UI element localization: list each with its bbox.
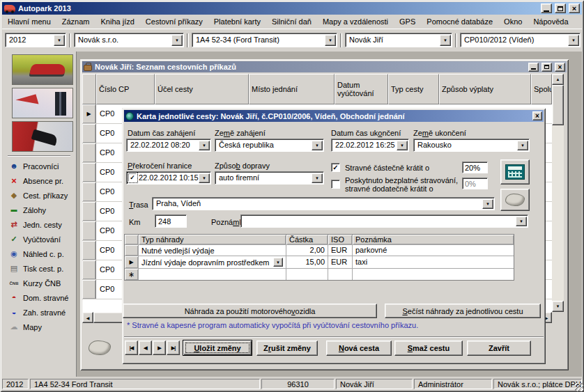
vehicle-compensation-button[interactable]: Náhrada za použití motorového vozidla xyxy=(123,304,377,318)
save-button[interactable]: Uložit změny xyxy=(183,340,252,356)
maximize-button[interactable] xyxy=(541,63,552,72)
table-row-selected[interactable]: ▶ Jízdní výdaje dopravním prostředkem▼ 1… xyxy=(125,256,514,269)
border-crossing-field[interactable]: ✓ 22.02.2012 10:15 ▼ xyxy=(126,171,211,185)
menu-mapy-a-vzdalenosti[interactable]: Mapy a vzdálenosti xyxy=(317,16,394,27)
chevron-down-icon[interactable]: ▼ xyxy=(516,217,527,226)
sidebar-item-zalohy[interactable]: ▬Zálohy xyxy=(2,203,76,217)
vertical-scrollbar[interactable]: ▲ ▼ xyxy=(552,74,564,312)
minimize-button[interactable] xyxy=(528,63,539,72)
preview-icon: ◉ xyxy=(8,250,20,258)
maximize-button[interactable] xyxy=(555,3,566,13)
menu-okno[interactable]: Okno xyxy=(498,16,528,27)
chevron-down-icon[interactable]: ▼ xyxy=(482,199,493,209)
column-header-misto-jednani: Místo jednání xyxy=(249,74,335,104)
menu-cestovni-prikazy[interactable]: Cestovní příkazy xyxy=(140,16,208,27)
scroll-down-icon[interactable]: ▼ xyxy=(552,301,564,312)
calculator-button[interactable] xyxy=(500,159,530,185)
menu-hlavni-menu[interactable]: Hlavní menu xyxy=(2,16,56,27)
close-button[interactable]: × xyxy=(569,3,580,13)
sidebar-divider xyxy=(8,155,70,157)
sidebar-item-zah-stravne[interactable]: ◒Zah. stravné xyxy=(2,305,76,320)
nav-first-button[interactable]: |◀ xyxy=(125,340,138,355)
chevron-down-icon[interactable]: ▼ xyxy=(54,35,65,46)
driver-combo[interactable]: Novák Jiří ▼ xyxy=(345,33,452,47)
chevron-down-icon[interactable]: ▼ xyxy=(199,141,210,150)
trip-card-dialog: Karta jednotlivé cesty: Novák Jiří, č.CP… xyxy=(122,108,546,364)
close-button[interactable]: × xyxy=(532,111,542,120)
chevron-down-icon[interactable]: ▼ xyxy=(171,35,183,46)
scroll-up-icon[interactable]: ▲ xyxy=(552,74,564,85)
chevron-down-icon[interactable]: ▼ xyxy=(568,35,579,46)
meal-free-checkbox[interactable] xyxy=(331,180,340,189)
minimize-button[interactable] xyxy=(541,3,552,13)
route-combo[interactable]: Praha, Vídeň ▼ xyxy=(152,197,495,210)
meal-free-percent-field[interactable]: 0% xyxy=(462,178,488,189)
sidebar-item-mapy[interactable]: ☁Mapy xyxy=(2,320,76,334)
company-combo[interactable]: Novák s.r.o. ▼ xyxy=(74,33,184,47)
calculator-icon xyxy=(505,164,525,180)
nav-previous-button[interactable]: ◀ xyxy=(139,340,152,355)
column-header-iso: ISO xyxy=(328,235,353,244)
sidebar-item-absence[interactable]: ×Absence pr. xyxy=(2,173,76,188)
chevron-down-icon[interactable]: ▼ xyxy=(273,258,283,267)
sidebar-photo-airplane xyxy=(12,88,73,118)
meal-partial-cut-checkbox[interactable]: ✓ xyxy=(331,163,340,172)
sidebar-item-tisk-cest-p[interactable]: ▤Tisk cest. p. xyxy=(2,261,76,276)
scroll-left-icon[interactable]: ◀ xyxy=(82,312,93,323)
sidebar-item-vyuctovani[interactable]: ✓Vyúčtování xyxy=(2,232,76,246)
single-trips-icon: ⇄ xyxy=(8,221,20,228)
sidebar-item-pracovnici[interactable]: ☻Pracovníci xyxy=(2,159,76,173)
menu-napoveda[interactable]: Nápověda xyxy=(528,16,574,27)
sidebar-item-cest-prikazy[interactable]: ◆Cest. příkazy xyxy=(2,188,76,203)
close-button[interactable]: × xyxy=(555,63,565,72)
vehicle-combo[interactable]: 1A4 52-34 (Ford Transit) ▼ xyxy=(192,33,337,47)
sidebar-item-jedn-cesty[interactable]: ⇄Jedn. cesty xyxy=(2,217,76,232)
end-country-combo[interactable]: Rakousko ▼ xyxy=(413,139,530,152)
year-combo[interactable]: 2012 ▼ xyxy=(5,33,66,47)
table-row[interactable]: Nutné vedlejší výdaje 2,00 EUR parkovné xyxy=(125,245,514,256)
km-field[interactable]: 248 xyxy=(155,214,187,228)
delete-trip-button[interactable]: Smaž cestu xyxy=(394,340,463,356)
scrollbar-thumb[interactable] xyxy=(552,85,564,125)
close-icon: × xyxy=(558,63,562,71)
map-button[interactable] xyxy=(500,189,530,211)
chevron-down-icon[interactable]: ▼ xyxy=(312,173,323,183)
menu-gps[interactable]: GPS xyxy=(394,16,421,27)
chevron-down-icon[interactable]: ▼ xyxy=(199,173,210,183)
start-country-label: Země zahájení xyxy=(215,129,266,137)
start-country-combo[interactable]: Česká republika ▼ xyxy=(215,139,324,152)
menu-platebni-karty[interactable]: Platební karty xyxy=(208,16,266,27)
mdi-workspace: Novák Jiří: Seznam cestovních příkazů × … xyxy=(77,52,582,377)
chevron-down-icon[interactable]: ▼ xyxy=(517,141,528,150)
menu-zaznam[interactable]: Záznam xyxy=(56,16,95,27)
meal-partial-cut-percent-field[interactable]: 20% xyxy=(462,162,488,173)
sidebar-item-kurzy-cnb[interactable]: ČNBKurzy ČNB xyxy=(2,276,76,290)
trip-combo[interactable]: CP010/2012 (Vídeň) ▼ xyxy=(460,33,581,47)
cancel-button[interactable]: Zrušit změny xyxy=(256,340,318,356)
table-new-row[interactable]: ∗ xyxy=(125,269,514,280)
new-trip-button[interactable]: Nová cesta xyxy=(326,340,392,356)
nav-last-button[interactable]: ▶| xyxy=(167,340,180,355)
dialog-titlebar: Karta jednotlivé cesty: Novák Jiří, č.CP… xyxy=(124,110,544,122)
close-dialog-button[interactable]: Zavřít xyxy=(467,340,531,356)
start-datetime-field[interactable]: 22.02.2012 08:20 ▼ xyxy=(126,139,211,152)
note-combo[interactable]: ▼ xyxy=(240,214,528,228)
toolbar-separator xyxy=(340,33,342,47)
nav-next-button[interactable]: ▶ xyxy=(153,340,166,355)
menu-pomocne-databaze[interactable]: Pomocné databáze xyxy=(421,16,498,27)
sum-compensation-button[interactable]: Sečíst náhrady za jednotlivou cestu xyxy=(385,304,541,318)
chevron-down-icon[interactable]: ▼ xyxy=(325,35,336,46)
sidebar-item-nahled-cp[interactable]: ◉Náhled c. p. xyxy=(2,246,76,261)
end-datetime-field[interactable]: 22.02.2012 16:25 ▼ xyxy=(331,139,409,152)
chevron-down-icon[interactable]: ▼ xyxy=(312,141,323,150)
border-crossing-checkbox[interactable]: ✓ xyxy=(128,173,137,182)
status-bar: 2012 1A4 52-34 Ford Transit 96310 Novák … xyxy=(2,378,582,390)
chevron-down-icon[interactable]: ▼ xyxy=(440,35,451,46)
column-header-typ-nahrady: Typ náhrady xyxy=(139,235,286,244)
transport-mode-combo[interactable]: auto firemní ▼ xyxy=(215,171,324,185)
menu-kniha-jizd[interactable]: Kniha jízd xyxy=(95,16,140,27)
chevron-down-icon[interactable]: ▼ xyxy=(397,141,408,150)
menu-silnicni-dan[interactable]: Silniční daň xyxy=(266,16,317,27)
sidebar-item-dom-stravne[interactable]: ◓Dom. stravné xyxy=(2,290,76,305)
resize-grip[interactable] xyxy=(575,383,583,391)
